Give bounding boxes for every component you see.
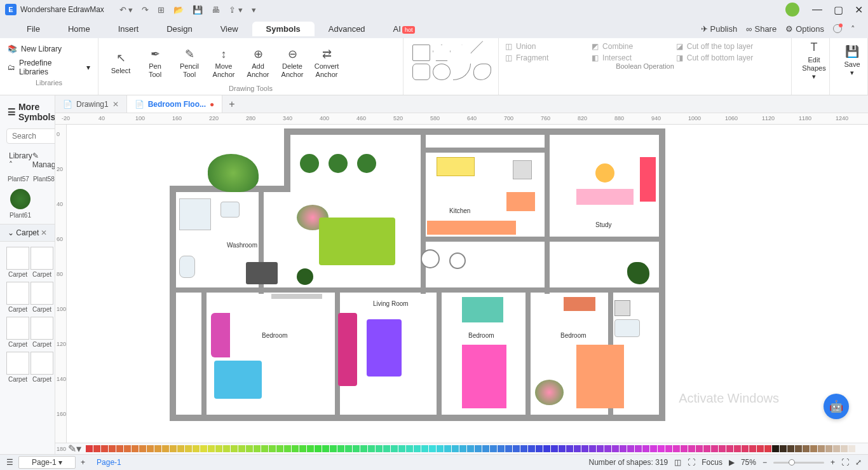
light[interactable]	[449, 252, 466, 269]
fridge[interactable]	[513, 160, 532, 179]
color-swatch[interactable]	[665, 445, 672, 452]
color-swatch[interactable]	[299, 445, 306, 452]
color-swatch[interactable]	[345, 445, 352, 452]
color-swatch[interactable]	[719, 445, 726, 452]
color-swatch[interactable]	[597, 445, 604, 452]
shower[interactable]	[179, 198, 211, 230]
color-swatch[interactable]	[795, 445, 802, 452]
color-swatch[interactable]	[154, 445, 161, 452]
manage-button[interactable]: ✎ Manage	[32, 151, 55, 169]
share-button[interactable]: ∞Share	[746, 24, 776, 34]
export-icon[interactable]: ⇪ ▾	[229, 5, 243, 15]
sink[interactable]	[614, 319, 640, 337]
chair[interactable]	[595, 163, 614, 183]
new-icon[interactable]: ⊞	[158, 5, 165, 15]
plant-decor[interactable]	[208, 154, 259, 192]
color-swatch[interactable]	[376, 445, 383, 452]
save-button[interactable]: 💾Save ▾	[836, 42, 868, 80]
zoom-out-button[interactable]: −	[763, 458, 767, 467]
carpet-item[interactable]: Carpet	[31, 352, 53, 383]
sofa[interactable]	[338, 313, 357, 386]
color-swatch[interactable]	[505, 445, 512, 452]
color-swatch[interactable]	[711, 445, 718, 452]
color-swatch[interactable]	[353, 445, 360, 452]
color-swatch[interactable]	[612, 445, 619, 452]
color-swatch[interactable]	[566, 445, 573, 452]
color-swatch[interactable]	[482, 445, 489, 452]
carpet-item[interactable]: Carpet	[6, 282, 29, 313]
plant-decor[interactable]	[357, 154, 376, 173]
shape-circle-icon[interactable]	[433, 64, 451, 80]
menu-advanced[interactable]: Advanced	[315, 22, 379, 36]
color-swatch[interactable]	[437, 445, 444, 452]
qat-more-icon[interactable]: ▾	[252, 5, 256, 15]
color-swatch[interactable]	[330, 445, 337, 452]
convert-anchor-tool[interactable]: ⇄Convert Anchor	[311, 45, 342, 83]
undo-icon[interactable]: ↶ ▾	[119, 5, 133, 15]
color-swatch[interactable]	[292, 445, 299, 452]
color-swatch[interactable]	[642, 445, 649, 452]
canvas[interactable]: Washroom Kitchen Study Living Room Bedro…	[67, 125, 868, 443]
color-swatch[interactable]	[673, 445, 680, 452]
pen-tool[interactable]: ✒Pen Tool	[139, 45, 171, 83]
color-swatch[interactable]	[825, 445, 832, 452]
move-anchor-tool[interactable]: ↕Move Anchor	[208, 45, 240, 83]
library-toggle[interactable]: Library ˄	[9, 151, 32, 169]
color-swatch[interactable]	[581, 445, 588, 452]
desk[interactable]	[576, 189, 634, 205]
menu-file[interactable]: File	[13, 22, 54, 36]
color-swatch[interactable]	[86, 445, 93, 452]
focus-mode-icon[interactable]: ⛶	[688, 458, 695, 467]
color-swatch[interactable]	[818, 445, 825, 452]
section-close-icon[interactable]: ✕	[41, 228, 47, 237]
color-swatch[interactable]	[726, 445, 733, 452]
sofa-set[interactable]	[462, 297, 503, 322]
menu-home[interactable]: Home	[54, 22, 104, 36]
color-swatch[interactable]	[551, 445, 558, 452]
color-swatch[interactable]	[589, 445, 596, 452]
color-swatch[interactable]	[93, 445, 100, 452]
color-swatch[interactable]	[383, 445, 390, 452]
color-swatch[interactable]	[337, 445, 344, 452]
carpet-item[interactable]: Carpet	[6, 247, 29, 278]
plant-item[interactable]: Plant58	[33, 176, 55, 183]
kitchen-counter[interactable]	[437, 157, 475, 176]
window[interactable]	[271, 294, 322, 299]
color-swatch[interactable]	[322, 445, 329, 452]
cut-bottom-button[interactable]: ◨Cut off bottom layer	[676, 53, 785, 62]
color-swatch[interactable]	[116, 445, 123, 452]
sink[interactable]	[220, 202, 240, 218]
color-swatch[interactable]	[658, 445, 665, 452]
tab-close-icon[interactable]: ✕	[112, 100, 119, 109]
predefine-libraries-button[interactable]: 🗂Predefine Libraries▾	[6, 56, 92, 79]
plant-decor[interactable]	[297, 268, 313, 285]
color-swatch[interactable]	[681, 445, 688, 452]
color-swatch[interactable]	[109, 445, 116, 452]
color-swatch[interactable]	[452, 445, 459, 452]
carpet-item[interactable]: Carpet	[6, 352, 29, 383]
color-swatch[interactable]	[444, 445, 451, 452]
color-swatch[interactable]	[574, 445, 581, 452]
color-swatch[interactable]	[315, 445, 322, 452]
color-swatch[interactable]	[734, 445, 741, 452]
color-swatch[interactable]	[231, 445, 238, 452]
kitchen-island[interactable]	[427, 221, 516, 235]
menu-symbols[interactable]: Symbols	[252, 22, 315, 36]
color-swatch[interactable]	[208, 445, 215, 452]
color-swatch[interactable]	[696, 445, 703, 452]
color-swatch[interactable]	[650, 445, 657, 452]
color-swatch[interactable]	[414, 445, 421, 452]
color-swatch[interactable]	[132, 445, 139, 452]
color-swatch[interactable]	[543, 445, 550, 452]
user-avatar[interactable]	[785, 3, 799, 17]
color-swatch[interactable]	[627, 445, 634, 452]
color-swatch[interactable]	[185, 445, 192, 452]
color-swatch[interactable]	[833, 445, 840, 452]
delete-anchor-tool[interactable]: ⊖Delete Anchor	[276, 45, 308, 83]
layers-icon[interactable]: ◫	[674, 458, 681, 467]
color-swatch[interactable]	[764, 445, 771, 452]
flower-decor[interactable]	[535, 380, 564, 405]
options-button[interactable]: ⚙Options	[785, 24, 824, 34]
color-swatch[interactable]	[520, 445, 527, 452]
chat-assistant-button[interactable]: 🤖	[824, 394, 849, 419]
